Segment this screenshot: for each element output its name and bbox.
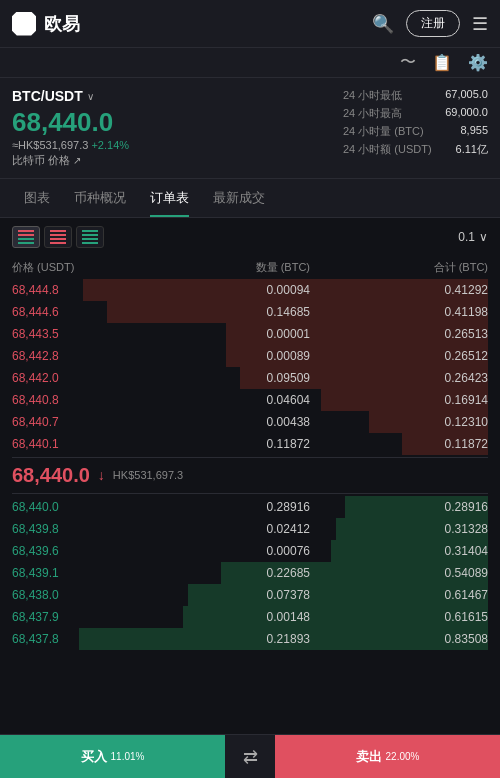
tab-overview[interactable]: 币种概况 [62,179,138,217]
hk-price-value: ≈HK$531,697.3 [12,139,88,151]
stat-label: 24 小时量 (BTC) [343,124,424,139]
column-headers: 价格 (USDT) 数量 (BTC) 合计 (BTC) [12,256,488,279]
external-link-icon[interactable]: ↗ [73,155,81,166]
header: 欧易 🔍 注册 ☰ [0,0,500,48]
news-icon[interactable]: 📋 [432,53,452,72]
bid-price: 68,439.8 [12,522,112,536]
view-both-icon[interactable] [12,226,40,248]
ask-row[interactable]: 68,440.7 0.00438 0.12310 [12,411,488,433]
ask-row[interactable]: 68,442.8 0.00089 0.26512 [12,345,488,367]
bid-price: 68,439.1 [12,566,112,580]
ask-amount: 0.00094 [190,283,310,297]
bid-row[interactable]: 68,439.8 0.02412 0.31328 [12,518,488,540]
bid-row[interactable]: 68,439.1 0.22685 0.54089 [12,562,488,584]
menu-icon[interactable]: ☰ [472,13,488,35]
bid-amount: 0.02412 [190,522,310,536]
tab-chart[interactable]: 图表 [12,179,62,217]
stat-label: 24 小时最高 [343,106,402,121]
ask-total: 0.41292 [388,283,488,297]
ask-row[interactable]: 68,442.0 0.09509 0.26423 [12,367,488,389]
bid-row[interactable]: 68,440.0 0.28916 0.28916 [12,496,488,518]
col-amount-header: 数量 (BTC) [190,260,310,275]
price-stats: 24 小时最低67,005.024 小时最高69,000.024 小时量 (BT… [343,88,488,168]
bid-price: 68,439.6 [12,544,112,558]
stat-row: 24 小时量 (BTC)8,955 [343,124,488,139]
ask-price: 68,440.7 [12,415,112,429]
bid-row[interactable]: 68,437.8 0.21893 0.83508 [12,628,488,650]
logo-icon [12,12,36,36]
ask-row[interactable]: 68,443.5 0.00001 0.26513 [12,323,488,345]
swap-icon[interactable]: ⇄ [225,735,275,778]
last-trade-row: 68,440.0 ↓ HK$531,697.3 [12,457,488,494]
bid-total: 0.61467 [388,588,488,602]
precision-value: 0.1 [458,230,475,244]
ask-price: 68,444.6 [12,305,112,319]
pair-dropdown-icon[interactable]: ∨ [87,91,94,102]
price-section: BTC/USDT ∨ 68,440.0 ≈HK$531,697.3 +2.14%… [0,78,500,179]
settings-icon[interactable]: ⚙️ [468,53,488,72]
orderbook-toolbar: 0.1 ∨ [12,226,488,248]
bid-row[interactable]: 68,437.9 0.00148 0.61615 [12,606,488,628]
ask-row[interactable]: 68,444.8 0.00094 0.41292 [12,279,488,301]
ask-total: 0.26423 [388,371,488,385]
last-trade-arrow-icon: ↓ [98,467,105,483]
tab-trades[interactable]: 最新成交 [201,179,277,217]
stat-label: 24 小时额 (USDT) [343,142,432,157]
ask-price: 68,440.8 [12,393,112,407]
bid-row[interactable]: 68,439.6 0.00076 0.31404 [12,540,488,562]
ask-row[interactable]: 68,440.8 0.04604 0.16914 [12,389,488,411]
sell-button[interactable]: 卖出 22.00% [275,735,500,778]
ask-amount: 0.14685 [190,305,310,319]
ask-price: 68,443.5 [12,327,112,341]
price-left: BTC/USDT ∨ 68,440.0 ≈HK$531,697.3 +2.14%… [12,88,129,168]
ask-total: 0.16914 [388,393,488,407]
view-icons [12,226,104,248]
bid-price: 68,437.9 [12,610,112,624]
ask-amount: 0.00001 [190,327,310,341]
ask-total: 0.12310 [388,415,488,429]
ask-amount: 0.09509 [190,371,310,385]
ask-total: 0.11872 [388,437,488,451]
ask-row[interactable]: 68,444.6 0.14685 0.41198 [12,301,488,323]
bid-price: 68,437.8 [12,632,112,646]
bid-price: 68,438.0 [12,588,112,602]
stat-label: 24 小时最低 [343,88,402,103]
precision-selector[interactable]: 0.1 ∨ [458,230,488,244]
ask-price: 68,442.0 [12,371,112,385]
chart-wave-icon[interactable]: 〜 [400,52,416,73]
last-trade-price: 68,440.0 [12,464,90,487]
bid-amount: 0.00076 [190,544,310,558]
stat-value: 6.11亿 [456,142,488,157]
pair-name: BTC/USDT [12,88,83,104]
register-button[interactable]: 注册 [406,10,460,37]
bid-price: 68,440.0 [12,500,112,514]
ask-price: 68,444.8 [12,283,112,297]
bid-total: 0.31404 [388,544,488,558]
view-asks-icon[interactable] [44,226,72,248]
bid-total: 0.28916 [388,500,488,514]
ask-total: 0.41198 [388,305,488,319]
bid-row[interactable]: 68,438.0 0.07378 0.61467 [12,584,488,606]
pair-row: BTC/USDT ∨ [12,88,129,104]
sell-pct: 22.00% [386,751,420,762]
bid-amount: 0.21893 [190,632,310,646]
bid-amount: 0.28916 [190,500,310,514]
stat-value: 69,000.0 [445,106,488,121]
buy-button[interactable]: 买入 11.01% [0,735,225,778]
ask-amount: 0.04604 [190,393,310,407]
bid-amount: 0.22685 [190,566,310,580]
stat-row: 24 小时最高69,000.0 [343,106,488,121]
ask-row[interactable]: 68,440.1 0.11872 0.11872 [12,433,488,455]
tabs: 图表币种概况订单表最新成交 [0,179,500,218]
search-icon[interactable]: 🔍 [372,13,394,35]
bid-total: 0.61615 [388,610,488,624]
header-right: 🔍 注册 ☰ [372,10,488,37]
stat-value: 67,005.0 [445,88,488,103]
bid-amount: 0.07378 [190,588,310,602]
logo: 欧易 [12,12,80,36]
price-change: +2.14% [91,139,129,151]
logo-text: 欧易 [44,12,80,36]
tab-orderbook[interactable]: 订单表 [138,179,201,217]
view-bids-icon[interactable] [76,226,104,248]
last-trade-hk-price: HK$531,697.3 [113,469,183,481]
